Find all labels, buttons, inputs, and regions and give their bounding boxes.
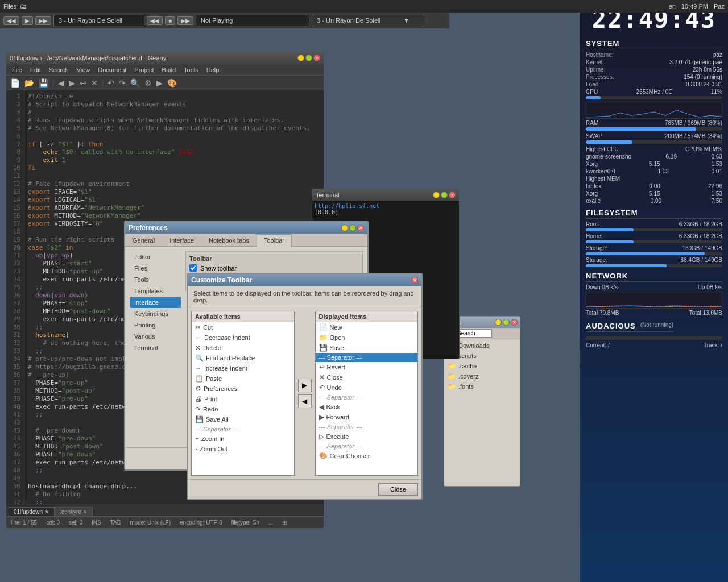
media-play[interactable]: ▶ (22, 16, 33, 25)
tool-new[interactable]: 📄 (9, 77, 22, 89)
tool-save[interactable]: 💾 (37, 77, 50, 89)
tool-search[interactable]: 🔍 (129, 77, 142, 89)
customize-close-x[interactable]: ✕ (411, 277, 418, 284)
prefs-nav-tools[interactable]: Tools (130, 274, 181, 285)
prefs-close[interactable]: ✕ (357, 225, 364, 231)
tool-prefs[interactable]: ⚙ (143, 77, 154, 89)
geany-menu-edit[interactable]: Edit (27, 66, 44, 74)
net-total-up: Total 13.0MB (689, 310, 722, 316)
fm-item-fonts[interactable]: 📁 .fonts (445, 381, 519, 392)
prefs-nav-printing[interactable]: Printing (130, 319, 181, 331)
tool-open[interactable]: 📂 (23, 77, 36, 89)
disp-back[interactable]: ◀Back (316, 402, 418, 412)
disp-forward[interactable]: ▶Forward (316, 412, 418, 422)
fm-close[interactable]: ✕ (511, 319, 518, 326)
files-button[interactable]: Files (3, 3, 16, 10)
term-maximize[interactable]: □ (441, 192, 448, 198)
cpu-label: CPU (586, 89, 598, 95)
prefs-nav-templates[interactable]: Templates (130, 285, 181, 297)
geany-menu-project[interactable]: Project (131, 66, 157, 74)
media-stop[interactable]: ■ (165, 16, 175, 25)
prefs-tab-bar: General Interface Notebook tabs Toolbar (125, 234, 367, 247)
geany-menu-tools[interactable]: Tools (180, 66, 202, 74)
add-to-displayed[interactable]: ▶ (298, 379, 312, 392)
customize-close-button[interactable]: Close (378, 483, 418, 496)
prefs-nav-keybindings[interactable]: Keybindings (130, 308, 181, 319)
geany-menu-file[interactable]: File (9, 66, 26, 74)
remove-from-displayed[interactable]: ◀ (298, 394, 312, 408)
prefs-nav-various[interactable]: Various (130, 331, 181, 342)
disp-new[interactable]: 📄New (316, 322, 418, 332)
prefs-maximize[interactable]: □ (349, 225, 356, 231)
tool-undo[interactable]: ↶ (106, 77, 116, 89)
term-minimize[interactable]: _ (433, 192, 440, 198)
avail-redo[interactable]: ↷Redo (192, 404, 294, 414)
tab-close-2[interactable]: ✕ (83, 509, 88, 515)
avail-preferences[interactable]: ⚙Preferences (192, 384, 294, 394)
disp-save[interactable]: 💾Save (316, 343, 418, 353)
avail-zoom-out[interactable]: -Zoom Out (192, 444, 294, 454)
fm-item-coverz[interactable]: 📁 .coverz (445, 371, 519, 381)
tool-redo[interactable]: ↷ (117, 77, 127, 89)
prefs-nav-files[interactable]: Files (130, 263, 181, 274)
disp-execute[interactable]: ▷Execute (316, 431, 418, 442)
disp-close[interactable]: ✕Close (316, 372, 418, 383)
tool-close[interactable]: ✕ (89, 77, 100, 89)
fs-home-label: Home: (586, 233, 602, 239)
show-toolbar-checkbox[interactable] (189, 264, 197, 272)
disp-separator-1[interactable]: --- Separator --- (316, 353, 418, 362)
prefs-tab-interface[interactable]: Interface (162, 234, 201, 246)
avail-decrease-indent[interactable]: ←Decrease Indent (192, 332, 294, 343)
customize-main-area: Available Items ✂Cut ←Decrease Indent ✕D… (188, 307, 421, 479)
tool-fwd[interactable]: ▶ (67, 77, 77, 89)
prefs-nav-terminal[interactable]: Terminal (130, 342, 181, 354)
prefs-tab-notebook[interactable]: Notebook tabs (201, 234, 257, 246)
geany-menu-search[interactable]: Search (46, 66, 72, 74)
fm-item-cache[interactable]: 📁 .cache (445, 361, 519, 371)
tool-color[interactable]: 🎨 (166, 77, 179, 89)
tab-close-1[interactable]: ✕ (45, 509, 49, 515)
taskbar-left: Files 🗂 (3, 2, 27, 10)
avail-print[interactable]: 🖨Print (192, 394, 294, 404)
disp-open[interactable]: 📁Open (316, 332, 418, 343)
geany-maximize[interactable]: □ (305, 55, 312, 61)
term-close[interactable]: ✕ (449, 192, 456, 198)
avail-zoom-in[interactable]: +Zoom In (192, 434, 294, 444)
media-next2[interactable]: ▶▶ (177, 16, 193, 25)
media-prev[interactable]: ◀◀ (3, 16, 19, 25)
geany-minimize[interactable]: _ (297, 55, 304, 61)
media-prev2[interactable]: ◀◀ (147, 16, 163, 25)
disp-revert[interactable]: ↩Revert (316, 362, 418, 372)
tool-back[interactable]: ◀ (56, 77, 66, 89)
avail-delete[interactable]: ✕Delete (192, 343, 294, 353)
media-next[interactable]: ▶▶ (35, 16, 51, 25)
geany-menu-document[interactable]: Document (94, 66, 130, 74)
geany-tab-1[interactable]: 01ifupdown ✕ (9, 507, 55, 516)
avail-cut[interactable]: ✂Cut (192, 322, 294, 332)
geany-menu-help[interactable]: Help (203, 66, 223, 74)
status-sel: sel: 0 (69, 519, 82, 526)
fm-minimize[interactable]: _ (495, 319, 502, 326)
geany-tab-2[interactable]: .conkyrc ✕ (55, 507, 93, 516)
media-bar: ◀◀ ▶ ▶▶ 3 - Un Rayon De Soleil ◀◀ ■ ▶▶ N… (0, 13, 449, 28)
prefs-minimize[interactable]: _ (341, 225, 348, 231)
fm-maximize[interactable]: □ (503, 319, 510, 326)
geany-menu-build[interactable]: Build (159, 66, 179, 74)
prefs-tab-general[interactable]: General (125, 234, 162, 246)
media-track-dropdown[interactable]: 3 - Un Rayon De Soleil ▼ (312, 15, 425, 26)
tool-revert[interactable]: ↩ (78, 77, 88, 89)
geany-close[interactable]: ✕ (313, 55, 320, 61)
prefs-nav-editor[interactable]: Editor (130, 251, 181, 263)
avail-save-all[interactable]: 💾Save All (192, 414, 294, 425)
avail-paste[interactable]: 📋Paste (192, 373, 294, 384)
status-line: line: 1 / 55 (11, 519, 37, 526)
disp-color-chooser[interactable]: 🎨Color Chooser (316, 451, 418, 461)
avail-increase-indent[interactable]: →Increase Indent (192, 363, 294, 373)
prefs-nav-interface[interactable]: Interface (130, 297, 181, 308)
disp-undo[interactable]: ↶Undo (316, 383, 418, 393)
avail-find-replace[interactable]: 🔍Find and Replace (192, 353, 294, 363)
hostname-row: Hostname: paz (586, 52, 722, 58)
tool-run[interactable]: ▶ (155, 77, 164, 89)
geany-menu-view[interactable]: View (73, 66, 94, 74)
prefs-tab-toolbar[interactable]: Toolbar (257, 234, 292, 247)
